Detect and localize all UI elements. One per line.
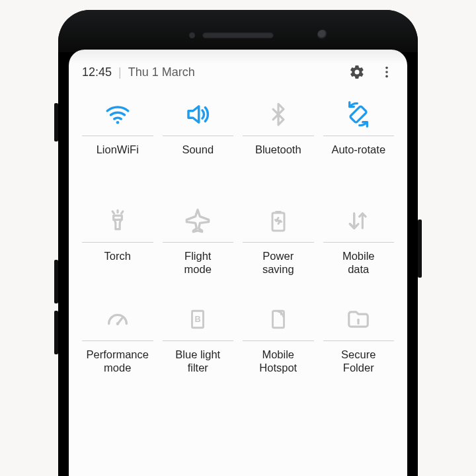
power-button[interactable] bbox=[418, 219, 422, 278]
tile-label: Performancemode bbox=[82, 340, 153, 379]
earpiece bbox=[202, 32, 274, 38]
tile-performance-mode[interactable]: Performancemode bbox=[82, 301, 153, 379]
status-bar: 12:45 | Thu 1 March bbox=[82, 64, 394, 80]
svg-line-8 bbox=[121, 212, 122, 214]
tile-bluetooth[interactable]: Bluetooth bbox=[243, 96, 314, 175]
bluetooth-icon bbox=[266, 102, 291, 127]
front-camera bbox=[317, 30, 328, 40]
tile-label: MobileHotspot bbox=[243, 340, 314, 379]
svg-point-15 bbox=[116, 322, 119, 325]
auto-rotate-icon bbox=[345, 101, 372, 128]
wifi-icon bbox=[104, 100, 132, 128]
airplane-icon bbox=[184, 208, 211, 234]
quick-tiles-grid: LionWiFi Sound Bluetooth Auto-rotate bbox=[82, 96, 394, 379]
tile-label: Sound bbox=[163, 136, 234, 175]
separator: | bbox=[118, 65, 122, 79]
tile-auto-rotate[interactable]: Auto-rotate bbox=[323, 96, 395, 175]
tile-label: Flightmode bbox=[163, 242, 234, 281]
tile-label: Auto-rotate bbox=[323, 136, 395, 175]
tile-label: Bluetooth bbox=[243, 136, 314, 175]
svg-line-7 bbox=[112, 212, 114, 214]
settings-button[interactable] bbox=[349, 64, 365, 80]
quick-settings-screen: 12:45 | Thu 1 March LionWiFi bbox=[69, 50, 407, 476]
blue-light-icon: B bbox=[186, 308, 209, 331]
tile-mobile-data[interactable]: Mobiledata bbox=[323, 202, 395, 281]
more-button[interactable] bbox=[379, 65, 394, 79]
tile-label: LionWiFi bbox=[82, 136, 153, 175]
tile-label: Torch bbox=[82, 242, 153, 281]
tile-secure-folder[interactable]: SecureFolder bbox=[323, 301, 395, 379]
secure-folder-icon bbox=[346, 307, 371, 332]
svg-point-0 bbox=[385, 67, 388, 69]
tile-label: Powersaving bbox=[243, 242, 314, 281]
clock: 12:45 bbox=[82, 65, 112, 79]
svg-rect-10 bbox=[275, 211, 281, 213]
tile-blue-light-filter[interactable]: B Blue lightfilter bbox=[163, 301, 234, 379]
svg-point-1 bbox=[385, 71, 388, 73]
sensor-dot bbox=[204, 33, 208, 38]
torch-icon bbox=[105, 208, 130, 233]
hotspot-icon bbox=[267, 308, 290, 331]
svg-rect-4 bbox=[350, 106, 367, 123]
more-vert-icon bbox=[379, 65, 394, 79]
gauge-icon bbox=[104, 306, 131, 333]
svg-point-2 bbox=[385, 75, 388, 78]
sound-icon bbox=[184, 100, 212, 128]
tile-power-saving[interactable]: Powersaving bbox=[243, 202, 314, 281]
date: Thu 1 March bbox=[128, 65, 195, 79]
tile-label: Blue lightfilter bbox=[163, 340, 234, 379]
tile-flight-mode[interactable]: Flightmode bbox=[163, 202, 234, 281]
sensor-dot bbox=[189, 32, 195, 38]
gear-icon bbox=[349, 64, 365, 80]
phone-frame: 12:45 | Thu 1 March LionWiFi bbox=[58, 10, 418, 476]
svg-text:B: B bbox=[195, 314, 201, 324]
tile-wifi[interactable]: LionWiFi bbox=[82, 96, 153, 175]
tile-label: SecureFolder bbox=[323, 340, 395, 379]
tile-mobile-hotspot[interactable]: MobileHotspot bbox=[243, 301, 314, 379]
tile-torch[interactable]: Torch bbox=[82, 202, 153, 281]
tile-label: Mobiledata bbox=[323, 242, 395, 281]
battery-recycle-icon bbox=[266, 209, 290, 233]
tile-sound[interactable]: Sound bbox=[163, 96, 234, 175]
data-arrows-icon bbox=[346, 208, 371, 233]
svg-point-3 bbox=[116, 121, 119, 124]
